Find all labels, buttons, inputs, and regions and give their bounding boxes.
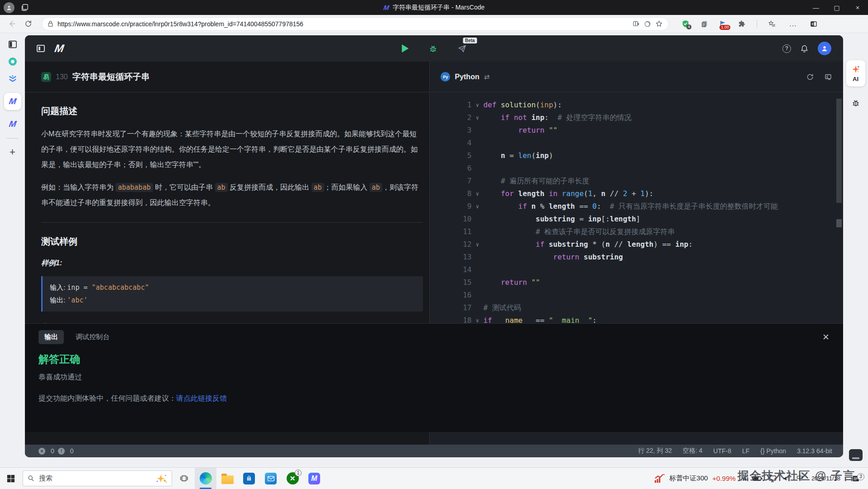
code-line[interactable]: 12∨ if substring * (n // length) == inp: — [430, 238, 843, 251]
switch-language-icon[interactable]: ⇄ — [484, 73, 490, 81]
problems-summary[interactable]: ×0 !0 — [38, 447, 74, 455]
taskbar-marscode-icon[interactable]: M — [303, 468, 325, 489]
help-icon[interactable]: ? — [782, 44, 791, 53]
code-lines[interactable]: 1∨def solution(inp):2∨ if not inp: # 处理空… — [430, 92, 843, 340]
back-icon[interactable] — [7, 19, 19, 28]
debug-sidebar-icon[interactable] — [851, 98, 860, 107]
tab-stack-icon[interactable] — [21, 4, 29, 11]
start-button[interactable] — [0, 468, 22, 489]
panel-layout-icon[interactable] — [849, 449, 863, 461]
extensions-puzzle-icon[interactable] — [738, 20, 746, 28]
python-version[interactable]: 3.12.3 64-bit — [797, 447, 832, 455]
code-line[interactable]: 8∨ for length in range(1, n // 2 + 1): — [430, 187, 843, 200]
fold-icon[interactable]: ∨ — [471, 111, 483, 124]
minimize-button[interactable]: — — [806, 0, 826, 15]
language-mode[interactable]: {} Python — [760, 447, 786, 455]
code-line[interactable]: 13 return substring — [430, 251, 843, 264]
hidden-icons-chevron[interactable]: ∧ — [742, 475, 747, 482]
encoding[interactable]: UTF-8 — [713, 447, 731, 455]
marscode-app-logo[interactable]: M — [54, 42, 65, 55]
taskbar-edge-icon[interactable] — [195, 468, 216, 489]
close-output-icon[interactable]: ✕ — [822, 332, 830, 342]
network-display-icon[interactable] — [768, 475, 777, 482]
tab-favicon-chevrons[interactable] — [8, 75, 18, 84]
editor-scrollbar-mark[interactable] — [836, 219, 842, 227]
fold-spacer — [471, 213, 483, 225]
sample1-output-line: 输出: 'abc' — [50, 294, 416, 307]
sidebar-toggle-icon[interactable] — [810, 20, 818, 28]
battery-icon[interactable] — [753, 475, 762, 482]
fold-icon[interactable]: ∨ — [471, 238, 483, 251]
reset-code-icon[interactable] — [806, 73, 814, 81]
code-line[interactable]: 2∨ if not inp: # 处理空字符串的情况 — [430, 111, 843, 124]
close-button[interactable]: × — [847, 0, 868, 15]
code-line[interactable]: 1∨def solution(inp): — [430, 99, 843, 111]
vertical-tabs-panel-icon[interactable] — [8, 40, 17, 48]
user-avatar[interactable] — [818, 42, 831, 55]
code-line[interactable]: 14 — [430, 264, 843, 276]
taskbar-search-input[interactable]: 搜索 — [23, 470, 172, 486]
lock-icon[interactable] — [48, 20, 53, 27]
feedback-link[interactable]: 请点此链接反馈 — [176, 394, 227, 402]
indent-setting[interactable]: 空格: 4 — [683, 447, 703, 455]
cursor-position[interactable]: 行 22, 列 32 — [638, 447, 672, 455]
taskbar-explorer-icon[interactable] — [216, 468, 238, 489]
split-screen-icon[interactable] — [633, 20, 640, 28]
code-line[interactable]: 4 — [430, 137, 843, 149]
fold-spacer — [471, 264, 483, 276]
code-line[interactable]: 7 # 遍历所有可能的子串长度 — [430, 175, 843, 187]
notes-extension-icon[interactable] — [700, 20, 708, 28]
tab-favicon-teal[interactable] — [9, 58, 17, 66]
code-line[interactable]: 9∨ if n % length == 0: # 只有当原字符串长度是子串长度的… — [430, 200, 843, 213]
taskbar-mail-icon[interactable] — [260, 468, 282, 489]
debug-button[interactable] — [428, 44, 437, 53]
tab-favicon-marscode-active[interactable]: M — [4, 93, 21, 110]
task-view-button[interactable] — [173, 468, 195, 489]
favorite-star-icon[interactable] — [655, 20, 663, 28]
fold-icon[interactable]: ∨ — [471, 187, 483, 200]
code-line[interactable]: 10 substring = inp[:length] — [430, 213, 843, 225]
notification-center-icon[interactable]: 3 — [848, 475, 863, 482]
tab-debug-console[interactable]: 调试控制台 — [76, 333, 110, 341]
favorites-bar-icon[interactable] — [768, 20, 776, 28]
ai-assistant-button[interactable]: AI — [846, 60, 865, 86]
tab-favicon-marscode[interactable]: M — [8, 119, 17, 129]
tab-output[interactable]: 输出 — [38, 330, 64, 344]
new-tab-icon[interactable]: + — [10, 148, 15, 157]
adblock-shield-icon[interactable]: 4 — [681, 19, 690, 28]
stock-widget[interactable]: 标普中证300 +0.99% — [647, 468, 742, 489]
fold-icon[interactable]: ∨ — [471, 200, 483, 213]
code-line[interactable]: 3 return "" — [430, 124, 843, 137]
run-button[interactable] — [402, 44, 408, 53]
more-menu-icon[interactable]: … — [787, 19, 799, 29]
taskbar-xbox-icon[interactable]: ✕ 1 — [282, 468, 303, 489]
notifications-bell-icon[interactable] — [800, 44, 809, 53]
inline-code: ab — [369, 183, 382, 192]
code-line[interactable]: 5 n = len(inp) — [430, 149, 843, 162]
url-text[interactable]: https://www.marscode.cn/practice/lnrp0r1… — [58, 20, 628, 28]
code-line[interactable]: 16 — [430, 289, 843, 302]
code-line[interactable]: 15 return "" — [430, 276, 843, 289]
eol-setting[interactable]: LF — [742, 447, 749, 455]
browser-essentials-icon[interactable] — [644, 20, 651, 28]
clock[interactable]: 2024/11/18 — [810, 475, 842, 482]
active-tab[interactable]: M 字符串最短循环子串 - MarsCode — [0, 4, 868, 12]
submit-button[interactable]: Beta — [457, 44, 466, 53]
taskbar-store-icon[interactable] — [238, 468, 260, 489]
code-line[interactable]: 17# 测试代码 — [430, 302, 843, 314]
editor-scrollbar[interactable] — [836, 99, 842, 203]
ime-indicator[interactable]: 中 — [796, 474, 804, 483]
fold-spacer — [471, 137, 483, 149]
ai-sparkle-icon — [851, 65, 860, 74]
browser-profile-avatar[interactable] — [4, 2, 14, 13]
address-bar[interactable]: https://www.marscode.cn/practice/lnrp0r1… — [42, 17, 669, 31]
maximize-button[interactable]: ▢ — [826, 0, 847, 15]
collapse-panel-icon[interactable] — [37, 45, 45, 52]
volume-icon[interactable] — [782, 475, 791, 482]
refresh-icon[interactable] — [24, 20, 36, 28]
flag-extension-icon[interactable]: 1.00 — [719, 19, 727, 28]
code-line[interactable]: 6 — [430, 162, 843, 175]
format-code-icon[interactable] — [824, 73, 832, 81]
fold-icon[interactable]: ∨ — [471, 99, 483, 111]
code-line[interactable]: 11 # 检查该子串是否可以反复拼接成原字符串 — [430, 225, 843, 238]
